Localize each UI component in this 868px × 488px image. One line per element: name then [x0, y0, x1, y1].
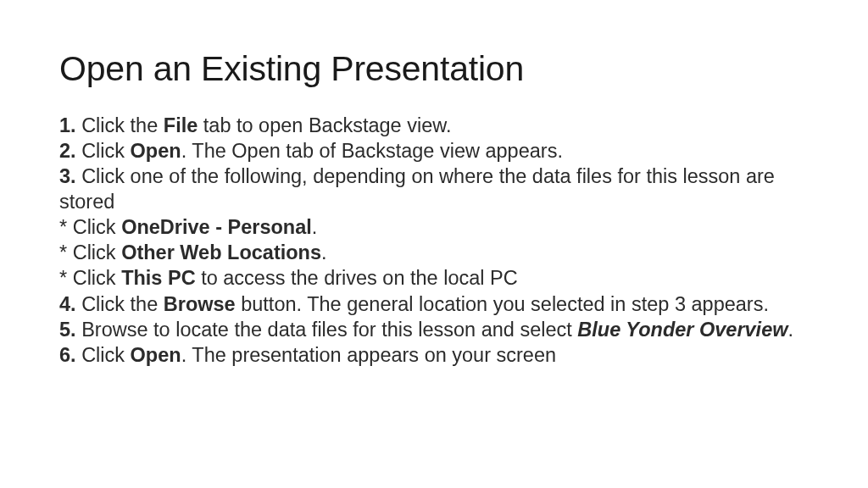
bold-term: Browse	[164, 293, 236, 315]
text: Click the	[76, 114, 164, 136]
step-4: 4. Click the Browse button. The general …	[59, 291, 809, 317]
step-5: 5. Browse to locate the data files for t…	[59, 317, 809, 342]
step-2: 2. Click Open. The Open tab of Backstage…	[59, 138, 809, 164]
step-number: 5.	[59, 319, 76, 341]
step-number: 6.	[59, 344, 76, 366]
bold-term: File	[164, 114, 198, 136]
slide-body: 1. Click the File tab to open Backstage …	[59, 113, 809, 368]
bold-term: Open	[131, 344, 181, 366]
bullet-2: * Click Other Web Locations.	[59, 240, 809, 265]
step-number: 3.	[59, 165, 76, 187]
bold-term: Other Web Locations	[121, 241, 321, 263]
text: Browse to locate the data files for this…	[76, 319, 578, 341]
text: . The presentation appears on your scree…	[181, 344, 556, 366]
step-number: 4.	[59, 293, 76, 315]
step-6: 6. Click Open. The presentation appears …	[59, 342, 809, 368]
bold-italic-term: Blue Yonder Overview	[577, 319, 787, 341]
text: tab to open Backstage view.	[198, 114, 451, 136]
bullet-3: * Click This PC to access the drives on …	[59, 265, 809, 291]
text: .	[321, 241, 327, 263]
step-number: 2.	[59, 140, 76, 162]
text: * Click	[59, 216, 121, 238]
text: . The Open tab of Backstage view appears…	[181, 140, 563, 162]
slide: Open an Existing Presentation 1. Click t…	[0, 0, 868, 488]
text: Click	[76, 344, 131, 366]
bold-term: OneDrive - Personal	[121, 216, 312, 238]
text: Click	[76, 140, 131, 162]
bold-term: This PC	[121, 267, 195, 289]
text: .	[312, 216, 318, 238]
step-1: 1. Click the File tab to open Backstage …	[59, 113, 809, 138]
text: .	[788, 319, 794, 341]
step-number: 1.	[59, 114, 76, 136]
bullet-1: * Click OneDrive - Personal.	[59, 214, 809, 240]
text: Click one of the following, depending on…	[59, 165, 775, 213]
text: to access the drives on the local PC	[196, 267, 518, 289]
bold-term: Open	[131, 140, 181, 162]
text: * Click	[59, 267, 121, 289]
text: * Click	[59, 241, 121, 263]
slide-title: Open an Existing Presentation	[59, 49, 809, 89]
step-3: 3. Click one of the following, depending…	[59, 164, 809, 214]
text: Click the	[76, 293, 164, 315]
text: button. The general location you selecte…	[236, 293, 769, 315]
